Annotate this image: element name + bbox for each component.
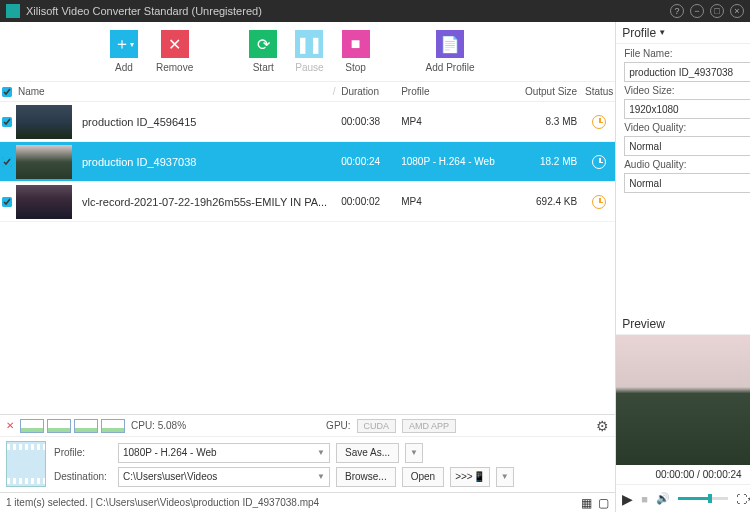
start-button[interactable]: ⟳ Start: [249, 30, 277, 73]
file-list: production ID_4596415 00:00:38 MP4 8.3 M…: [0, 102, 615, 414]
window-buttons: ? − □ ×: [670, 4, 744, 18]
open-button[interactable]: Open: [402, 467, 444, 487]
preview-time: 00:00:00 / 00:00:24: [616, 465, 750, 484]
video-quality-select[interactable]: Normal▼: [624, 136, 750, 156]
refresh-icon: ⟳: [249, 30, 277, 58]
destination-select[interactable]: C:\Users\user\Videos▼: [118, 467, 330, 487]
destination-bar: Profile: 1080P - H.264 - Web▼ Save As...…: [0, 436, 615, 492]
cuda-button[interactable]: CUDA: [357, 419, 397, 433]
gear-icon[interactable]: ⚙: [596, 418, 609, 434]
stop-icon: ■: [342, 30, 370, 58]
add-profile-button[interactable]: 📄 Add Profile: [426, 30, 475, 73]
col-separator: /: [327, 86, 341, 97]
fullscreen-icon[interactable]: ⛶★: [736, 493, 750, 505]
volume-slider[interactable]: [678, 497, 728, 500]
player-controls: ▶ ■ 🔊 ⛶★ 📷: [616, 484, 750, 512]
export-button[interactable]: >>>📱: [450, 467, 490, 487]
volume-icon[interactable]: 🔊: [656, 492, 670, 505]
preview-panel-header: Preview ⛶: [616, 313, 750, 335]
save-as-button[interactable]: Save As...: [336, 443, 399, 463]
table-row[interactable]: vlc-record-2021-07-22-19h26m55s-EMILY IN…: [0, 182, 615, 222]
file-name-label: File Name:: [624, 48, 750, 59]
play-button[interactable]: ▶: [622, 491, 633, 507]
row-duration: 00:00:24: [341, 156, 401, 167]
col-profile[interactable]: Profile: [401, 86, 511, 97]
titlebar: Xilisoft Video Converter Standard (Unreg…: [0, 0, 750, 22]
clock-icon: [592, 195, 606, 209]
video-quality-label: Video Quality:: [624, 122, 750, 133]
window-title: Xilisoft Video Converter Standard (Unreg…: [26, 5, 670, 17]
row-name: vlc-record-2021-07-22-19h26m55s-EMILY IN…: [72, 196, 327, 208]
film-icon: [6, 441, 46, 487]
row-size: 8.3 MB: [511, 116, 583, 127]
col-name[interactable]: Name: [14, 86, 327, 97]
preview-viewport[interactable]: [616, 335, 750, 465]
profile-label: Profile:: [54, 447, 112, 458]
video-size-label: Video Size:: [624, 85, 750, 96]
cpu-label: CPU: 5.08%: [131, 420, 186, 431]
document-plus-icon: 📄: [436, 30, 464, 58]
table-row[interactable]: production ID_4596415 00:00:38 MP4 8.3 M…: [0, 102, 615, 142]
row-checkbox[interactable]: [0, 197, 14, 207]
grid-view-icon[interactable]: ▢: [598, 496, 609, 510]
col-status[interactable]: Status: [583, 86, 615, 97]
help-button[interactable]: ?: [670, 4, 684, 18]
clock-icon: [592, 155, 606, 169]
row-checkbox[interactable]: [0, 157, 14, 167]
browse-button[interactable]: Browse...: [336, 467, 396, 487]
row-name: production ID_4596415: [72, 116, 327, 128]
cpu-graphs: [20, 419, 125, 433]
audio-quality-select[interactable]: Normal▼: [624, 173, 750, 193]
row-size: 692.4 KB: [511, 196, 583, 207]
x-icon: ✕: [161, 30, 189, 58]
status-text: 1 item(s) selected. | C:\Users\user\Vide…: [6, 497, 319, 508]
gpu-label: GPU:: [326, 420, 350, 431]
toolbar: ＋▾ Add ✕ Remove ⟳ Start ❚❚ Pause ■ Stop: [0, 22, 615, 82]
stop-button[interactable]: ■ Stop: [342, 30, 370, 73]
remove-button[interactable]: ✕ Remove: [156, 30, 193, 73]
close-button[interactable]: ×: [730, 4, 744, 18]
video-size-select[interactable]: 1920x1080▼: [624, 99, 750, 119]
file-name-input[interactable]: production ID_4937038: [624, 62, 750, 82]
audio-quality-label: Audio Quality:: [624, 159, 750, 170]
row-duration: 00:00:38: [341, 116, 401, 127]
col-duration[interactable]: Duration: [341, 86, 401, 97]
row-profile: 1080P - H.264 - Web: [401, 156, 511, 167]
player-stop-button[interactable]: ■: [641, 493, 648, 505]
amd-button[interactable]: AMD APP: [402, 419, 456, 433]
save-as-dropdown[interactable]: ▼: [405, 443, 423, 463]
close-stats-icon[interactable]: ✕: [6, 420, 14, 431]
row-profile: MP4: [401, 196, 511, 207]
clock-icon: [592, 115, 606, 129]
table-row[interactable]: production ID_4937038 00:00:24 1080P - H…: [0, 142, 615, 182]
app-icon: [6, 4, 20, 18]
row-status: [583, 115, 615, 129]
thumbnail: [16, 145, 72, 179]
pause-icon: ❚❚: [295, 30, 323, 58]
row-checkbox[interactable]: [0, 117, 14, 127]
add-button[interactable]: ＋▾ Add: [110, 30, 138, 73]
profile-panel-header[interactable]: Profile▼ ⛶: [616, 22, 750, 44]
row-status: [583, 155, 615, 169]
minimize-button[interactable]: −: [690, 4, 704, 18]
row-duration: 00:00:02: [341, 196, 401, 207]
destination-label: Destination:: [54, 471, 112, 482]
pause-button[interactable]: ❚❚ Pause: [295, 30, 323, 73]
profile-select[interactable]: 1080P - H.264 - Web▼: [118, 443, 330, 463]
export-dropdown[interactable]: ▼: [496, 467, 514, 487]
thumbnail: [16, 105, 72, 139]
row-profile: MP4: [401, 116, 511, 127]
list-view-icon[interactable]: ▦: [581, 496, 592, 510]
plus-icon: ＋▾: [110, 30, 138, 58]
stats-bar: ✕ CPU: 5.08% GPU: CUDA AMD APP ⚙: [0, 414, 615, 436]
thumbnail: [16, 185, 72, 219]
row-status: [583, 195, 615, 209]
profile-properties: File Name: production ID_4937038 Video S…: [616, 44, 750, 197]
col-output-size[interactable]: Output Size: [511, 86, 583, 97]
row-name: production ID_4937038: [72, 156, 327, 168]
maximize-button[interactable]: □: [710, 4, 724, 18]
row-size: 18.2 MB: [511, 156, 583, 167]
status-bar: 1 item(s) selected. | C:\Users\user\Vide…: [0, 492, 615, 512]
column-headers: Name / Duration Profile Output Size Stat…: [0, 82, 615, 102]
select-all-checkbox[interactable]: [0, 87, 14, 97]
